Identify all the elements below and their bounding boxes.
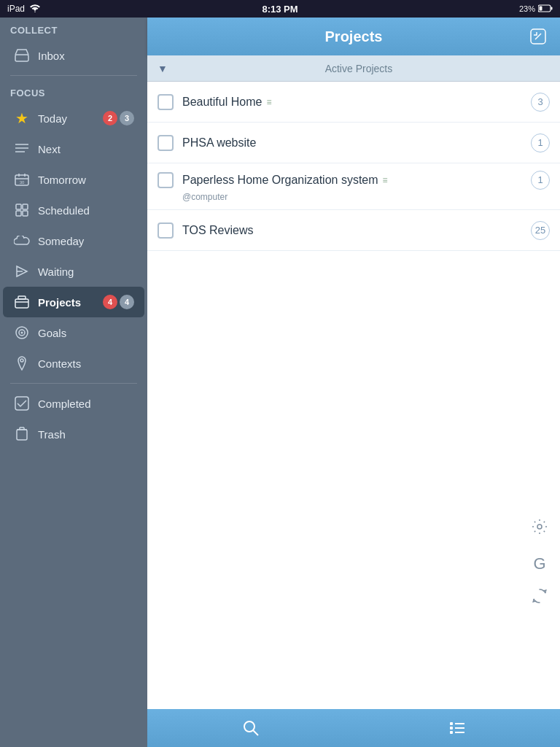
today-badge-gray: 3 — [120, 111, 134, 125]
table-row[interactable]: Beautiful Home ≡ 3 — [147, 82, 560, 123]
sidebar-item-tomorrow[interactable]: 30 Tomorrow — [3, 164, 144, 195]
content-header: Projects — [147, 18, 560, 55]
trash-icon — [13, 425, 31, 443]
note-icon: ≡ — [266, 97, 271, 107]
list-view-button[interactable] — [435, 712, 479, 744]
status-right: 23% — [519, 4, 553, 14]
sidebar-item-next[interactable]: Next — [3, 133, 144, 164]
status-time: 8:13 PM — [262, 4, 298, 15]
sidebar-item-today[interactable]: ★ Today 2 3 — [3, 103, 144, 133]
project-name: PHSA website — [182, 136, 256, 150]
filter-dropdown[interactable]: ▼ — [158, 63, 168, 74]
star-icon: ★ — [13, 109, 31, 127]
sidebar-item-contexts[interactable]: Contexts — [3, 348, 144, 379]
sidebar-item-inbox[interactable]: Inbox — [3, 40, 144, 71]
project-count: 1 — [531, 133, 550, 152]
svg-line-31 — [253, 731, 258, 736]
sidebar-item-scheduled[interactable]: Scheduled — [3, 195, 144, 225]
settings-icon[interactable] — [531, 518, 548, 540]
status-bar: iPad 8:13 PM 23% — [0, 0, 560, 18]
today-label: Today — [38, 112, 96, 125]
trash-label: Trash — [38, 428, 134, 441]
project-name-group: Paperless Home Organization system ≡ — [182, 174, 531, 187]
projects-badges: 4 4 — [103, 295, 134, 309]
project-checkbox[interactable] — [158, 135, 174, 151]
scheduled-label: Scheduled — [38, 204, 134, 217]
project-count: 3 — [531, 93, 550, 112]
status-left: iPad — [7, 4, 41, 15]
svg-rect-18 — [18, 296, 26, 299]
sidebar: COLLECT Inbox FOCUS ★ Today 2 3 Next — [0, 18, 147, 747]
section-focus-header: FOCUS — [0, 80, 147, 103]
inbox-icon — [13, 47, 31, 64]
sidebar-item-waiting[interactable]: Waiting — [3, 256, 144, 287]
svg-rect-34 — [450, 727, 453, 729]
battery-label: 23% — [519, 4, 535, 13]
svg-point-21 — [21, 332, 23, 334]
section-collect-header: COLLECT — [0, 18, 147, 40]
someday-label: Someday — [38, 235, 134, 247]
main-content: Projects ▼ Active Projects Beautiful Hom… — [147, 18, 560, 747]
content-subheader: ▼ Active Projects — [147, 55, 560, 82]
today-badge-red: 2 — [103, 111, 117, 125]
svg-point-38 — [537, 525, 542, 529]
table-row[interactable]: Paperless Home Organization system ≡ 1 @… — [147, 163, 560, 210]
right-panel: G — [519, 511, 560, 616]
project-count: 25 — [531, 221, 550, 240]
goals-icon — [13, 324, 31, 341]
project-name: TOS Reviews — [182, 224, 254, 237]
contexts-label: Contexts — [38, 357, 134, 370]
send-icon — [13, 263, 31, 280]
divider-2 — [10, 383, 137, 384]
inbox-label: Inbox — [38, 50, 134, 62]
tomorrow-label: Tomorrow — [38, 174, 134, 186]
waiting-label: Waiting — [38, 266, 134, 278]
projects-label: Projects — [38, 296, 96, 309]
projects-icon — [13, 293, 31, 311]
project-name: Paperless Home Organization system — [182, 174, 378, 187]
completed-label: Completed — [38, 398, 134, 410]
next-label: Next — [38, 143, 134, 155]
svg-rect-23 — [15, 397, 28, 410]
project-checkbox[interactable] — [158, 94, 174, 110]
svg-rect-36 — [450, 731, 453, 734]
svg-rect-12 — [16, 204, 21, 209]
search-button[interactable] — [229, 712, 273, 744]
project-name-group: TOS Reviews — [182, 224, 531, 237]
table-row[interactable]: TOS Reviews 25 — [147, 210, 560, 251]
project-name-group: PHSA website — [182, 136, 531, 150]
svg-rect-15 — [23, 211, 28, 216]
calendar-icon: 30 — [13, 171, 31, 188]
grid-icon — [13, 201, 31, 219]
sync-g-icon[interactable]: G — [533, 554, 545, 573]
svg-rect-1 — [551, 7, 553, 9]
project-name-group: Beautiful Home ≡ — [182, 96, 531, 109]
svg-text:30: 30 — [20, 180, 25, 185]
project-checkbox[interactable] — [158, 172, 174, 188]
projects-badge-gray: 4 — [120, 295, 134, 309]
pin-icon — [13, 355, 31, 372]
sidebar-item-trash[interactable]: Trash — [3, 419, 144, 449]
note-icon: ≡ — [383, 175, 388, 185]
header-title: Projects — [181, 28, 526, 45]
sidebar-item-completed[interactable]: Completed — [3, 388, 144, 419]
project-checkbox[interactable] — [158, 222, 174, 239]
sync-icon[interactable] — [532, 588, 548, 608]
projects-badge-red: 4 — [103, 295, 117, 309]
svg-rect-3 — [15, 55, 28, 61]
wifi-icon — [29, 4, 41, 15]
sidebar-item-projects[interactable]: Projects 4 4 — [3, 287, 144, 317]
sidebar-item-someday[interactable]: Someday — [3, 225, 144, 256]
svg-rect-14 — [16, 211, 21, 216]
device-label: iPad — [7, 4, 25, 14]
svg-point-22 — [20, 359, 23, 362]
sidebar-item-goals[interactable]: Goals — [3, 317, 144, 348]
add-project-button[interactable] — [526, 25, 550, 48]
table-row[interactable]: PHSA website 1 — [147, 123, 560, 163]
battery-icon — [538, 4, 553, 14]
svg-rect-24 — [17, 430, 27, 440]
svg-rect-2 — [540, 6, 542, 10]
svg-rect-32 — [450, 722, 453, 725]
project-sub-row: @computer — [158, 190, 228, 203]
list-icon — [13, 140, 31, 158]
